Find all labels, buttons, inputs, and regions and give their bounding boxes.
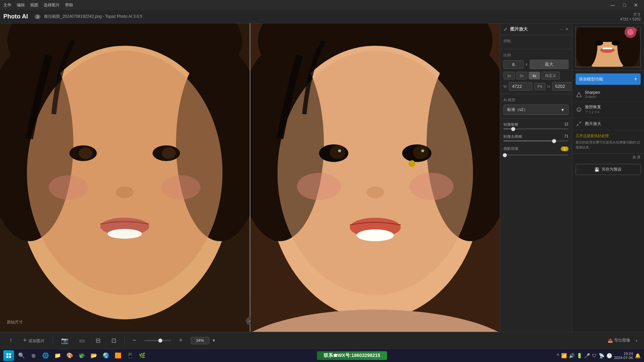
move-tool-button[interactable]: ↑: [7, 336, 15, 345]
app-title: Photo AI: [3, 13, 28, 20]
face-restore-text: 脸部恢复 了 1 2 3 4: [585, 104, 641, 115]
save-preset-button[interactable]: 💾 另存为预设: [576, 164, 641, 175]
svg-rect-52: [9, 356, 11, 358]
compression-slider-thumb[interactable]: [503, 153, 507, 157]
time-display[interactable]: 19:24 2024-07-06: [614, 352, 633, 360]
ai-model-label: AI 模型: [503, 98, 569, 103]
rectangle-tool-button[interactable]: ▭: [76, 336, 88, 346]
menu-edit[interactable]: 编辑: [17, 2, 25, 8]
zoom-in-button[interactable]: +: [176, 336, 185, 345]
tray-sound[interactable]: 🔊: [569, 353, 575, 358]
svg-point-7: [79, 147, 93, 159]
compression-slider-track[interactable]: [503, 155, 569, 156]
taskbar-app6[interactable]: 📱: [125, 351, 135, 360]
canvas-area[interactable]: 原始尺寸 ✓: [0, 23, 500, 332]
app-bar: Photo AI 3 微信截图_20240708192242.png - Top…: [0, 10, 644, 23]
sharpen-filter-item[interactable]: Sharpen Subject: [572, 87, 644, 102]
scale-max-button[interactable]: 最大: [530, 60, 569, 69]
svg-point-9: [162, 147, 176, 159]
camera-tool-button[interactable]: 📷: [58, 336, 71, 346]
scale-section: 比例 x 最大 1x 2x 4x 自定义 W PX H: [500, 49, 572, 94]
dim-h-input[interactable]: [552, 82, 572, 90]
taskbar-app7[interactable]: 🌿: [138, 351, 147, 360]
preset-custom[interactable]: 自定义: [541, 72, 560, 79]
split-view-button[interactable]: ⊟: [93, 336, 103, 346]
menu-select[interactable]: 选择图片: [44, 2, 60, 8]
taskbar-app5[interactable]: 🟧: [113, 351, 123, 360]
panel-icons: ··· ✕: [559, 27, 568, 32]
taskbar-app2[interactable]: 🐲: [77, 351, 87, 360]
tray-mic[interactable]: 🎤: [584, 353, 590, 358]
promo-section: 几乎总是提供好处理 最后的处理步骤可以提高从结潮像功能的 过度相比来.: [572, 130, 644, 154]
taskbar-app4[interactable]: 🌏: [101, 351, 111, 360]
more-options-icon[interactable]: ···: [559, 27, 563, 32]
menu-help[interactable]: 帮助: [65, 2, 73, 8]
zoom-slider-thumb[interactable]: [158, 339, 162, 343]
taskbar-taskview[interactable]: ⊞: [29, 351, 38, 360]
tray-up-arrow[interactable]: ^: [557, 353, 559, 358]
turnoff-row: 关 开: [572, 154, 644, 161]
taskbar-explorer[interactable]: 📁: [53, 351, 62, 360]
blur-slider-thumb[interactable]: [552, 139, 556, 143]
ai-model-value: 标准（v2）: [507, 107, 528, 113]
size-value: 4722 × 5202: [620, 17, 641, 21]
export-arrow-button[interactable]: ›: [636, 338, 637, 344]
promo-title: 几乎总是提供好处理: [576, 133, 641, 138]
scale-input[interactable]: [503, 60, 524, 69]
dim-w-input[interactable]: [509, 82, 532, 90]
face-left-bg: [0, 23, 250, 332]
svg-point-10: [116, 186, 133, 198]
add-effect-label: 添加模型功能: [579, 76, 603, 82]
svg-point-29: [297, 173, 341, 200]
svg-point-25: [413, 145, 429, 159]
close-button[interactable]: ✕: [631, 2, 641, 8]
svg-rect-51: [6, 356, 8, 358]
taskbar-edge[interactable]: 🌐: [41, 351, 50, 360]
current-date: 2024-07-06: [614, 356, 633, 360]
minimize-button[interactable]: —: [608, 2, 618, 8]
tray-clock-icon[interactable]: 🕐: [606, 353, 612, 358]
start-button[interactable]: [3, 350, 14, 361]
turnoff-button[interactable]: 关 开: [632, 155, 641, 160]
menu-file[interactable]: 文件: [3, 2, 11, 8]
window-controls: — □ ✕: [608, 2, 641, 8]
dim-w-unit[interactable]: PX: [534, 83, 545, 90]
zoom-controls: ▼: [191, 337, 216, 344]
tray-notification[interactable]: 🔔: [635, 353, 641, 358]
taskbar-app1[interactable]: 🎨: [65, 351, 74, 360]
taskbar-search[interactable]: 🔍: [17, 351, 26, 360]
dim-w-row: W PX H PX: [503, 82, 569, 90]
ai-model-select[interactable]: 标准（v2） ▼: [503, 105, 569, 115]
preset-2x[interactable]: 2x: [516, 72, 528, 79]
upscale-filter-item[interactable]: 图片放大: [572, 118, 644, 130]
taskbar-app3[interactable]: 📂: [89, 351, 99, 360]
zoom-slider[interactable]: [144, 340, 171, 341]
export-button[interactable]: 📤 导出图像: [608, 338, 630, 343]
sharpen-icon: [576, 91, 582, 98]
noise-slider-thumb[interactable]: [511, 127, 515, 131]
svg-point-14: [108, 229, 142, 239]
svg-point-22: [330, 145, 345, 159]
close-panel-icon[interactable]: ✕: [565, 27, 569, 32]
tray-battery[interactable]: 🔋: [577, 353, 582, 358]
crop-tool-button[interactable]: ⊡: [109, 336, 119, 346]
add-effect-button[interactable]: 添加模型功能 +: [576, 73, 641, 85]
menu-view[interactable]: 视图: [30, 2, 38, 8]
tray-network[interactable]: 📶: [561, 353, 567, 358]
preset-1x[interactable]: 1x: [503, 72, 515, 79]
add-image-button[interactable]: + 添加图片: [20, 336, 47, 345]
face-right-bg: [251, 23, 500, 332]
tray-security[interactable]: 🛡: [592, 353, 597, 358]
maximize-button[interactable]: □: [621, 2, 629, 8]
face-restore-filter-item[interactable]: 脸部恢复 了 1 2 3 4: [572, 102, 644, 118]
zoom-input[interactable]: [191, 337, 209, 344]
blur-slider-track[interactable]: [503, 140, 569, 141]
zoom-dropdown-button[interactable]: ▼: [212, 338, 216, 343]
add-icon: +: [634, 76, 637, 82]
ai-model-section: AI 模型 标准（v2） ▼: [500, 94, 572, 119]
preset-4x[interactable]: 4x: [529, 72, 540, 79]
export-label: 导出图像: [614, 338, 630, 343]
zoom-out-button[interactable]: −: [130, 336, 139, 345]
noise-slider-track[interactable]: [503, 128, 569, 129]
tray-wifi[interactable]: 📡: [599, 353, 604, 358]
